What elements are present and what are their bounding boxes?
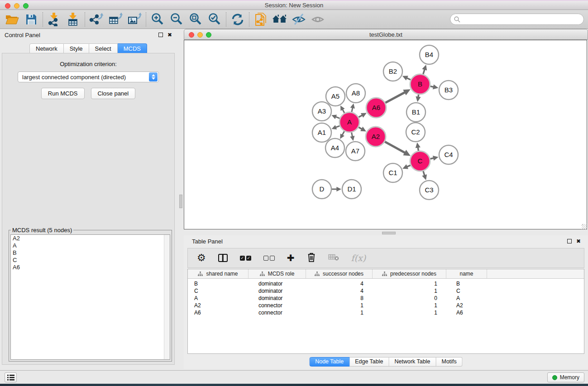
mcds-result-item[interactable]: A [11, 242, 170, 249]
network-from-file-button[interactable] [251, 11, 270, 28]
result-list-scrollbar[interactable] [164, 235, 170, 359]
delete-columns-icon[interactable] [307, 252, 316, 264]
close-panel-button[interactable]: Close panel [91, 88, 136, 99]
window-controls[interactable] [5, 3, 29, 9]
criterion-select[interactable]: largest connected component (directed) [18, 71, 159, 82]
graph-edge-A-A3[interactable] [335, 117, 339, 119]
graph-node-A2[interactable]: A2 [366, 127, 386, 147]
network-window-titlebar[interactable]: testGlobe.txt [184, 29, 588, 40]
graph-node-A8[interactable]: A8 [346, 84, 365, 103]
zoom-fit-button[interactable] [186, 11, 205, 28]
add-column-icon[interactable]: ✚ [287, 253, 295, 262]
graph-edge-B-B3[interactable] [430, 86, 434, 87]
minimize-window-button[interactable] [14, 3, 19, 9]
home-layout-button[interactable] [270, 11, 289, 28]
export-image-button[interactable] [125, 11, 144, 28]
table-row[interactable]: A6connector11A6 [188, 309, 584, 316]
graph-node-B4[interactable]: B4 [420, 45, 439, 64]
graph-edge-C-C2[interactable] [418, 147, 418, 151]
graph-node-A[interactable]: A [339, 112, 359, 132]
import-network-button[interactable] [45, 11, 64, 28]
graph-node-C2[interactable]: C2 [406, 123, 425, 142]
function-builder-icon[interactable]: f(x) [351, 253, 366, 263]
column-layout-icon[interactable] [218, 254, 228, 262]
show-tasks-button[interactable] [5, 372, 17, 382]
table-row[interactable]: Bdominator41B [188, 280, 584, 287]
mcds-result-item[interactable]: B [11, 249, 170, 257]
graph-edge-A-A4[interactable] [342, 131, 344, 135]
export-table-button[interactable] [106, 11, 125, 28]
graph-node-A1[interactable]: A1 [312, 123, 331, 142]
network-window-controls[interactable] [189, 32, 211, 38]
hide-graphics-details-button[interactable] [289, 11, 308, 28]
delete-table-icon[interactable] [328, 253, 339, 262]
graph-edge-A-A7[interactable] [352, 133, 353, 137]
run-mcds-button[interactable]: Run MCDS [41, 88, 85, 99]
graph-node-A6[interactable]: A6 [366, 98, 386, 118]
export-network-button[interactable] [87, 11, 106, 28]
column-header-predecessor-nodes[interactable]: predecessor nodes [373, 269, 446, 278]
show-graphics-details-button[interactable] [308, 11, 327, 28]
close-table-panel-icon[interactable]: ✖ [576, 238, 581, 244]
mcds-result-item[interactable]: A6 [11, 264, 170, 271]
minimize-network-button[interactable] [197, 32, 203, 38]
graph-edge-C-C1[interactable] [407, 165, 411, 167]
graph-edge-A2-C[interactable] [385, 142, 405, 153]
close-window-button[interactable] [5, 3, 10, 9]
graph-node-C[interactable]: C [410, 151, 430, 171]
search-field[interactable] [450, 14, 584, 25]
table-settings-gear-icon[interactable]: ⚙ [197, 253, 206, 263]
float-table-panel-icon[interactable] [567, 239, 572, 243]
graph-edge-C-C3[interactable] [423, 171, 425, 176]
zoom-out-button[interactable] [167, 11, 186, 28]
graph-node-C1[interactable]: C1 [383, 163, 402, 182]
search-input[interactable] [460, 16, 583, 23]
zoom-selected-button[interactable] [205, 11, 224, 28]
graph-node-B[interactable]: B [410, 74, 430, 94]
graph-node-A5[interactable]: A5 [326, 87, 345, 106]
graph-edge-A-A8[interactable] [352, 108, 353, 112]
graph-edge-A6-B[interactable] [385, 92, 405, 103]
horizontal-split-handle[interactable] [382, 232, 396, 234]
column-header-successor-nodes[interactable]: successor nodes [306, 269, 373, 278]
open-file-button[interactable] [3, 11, 22, 28]
graph-edge-A-A2[interactable] [359, 127, 362, 129]
mcds-result-item[interactable]: C [11, 257, 170, 264]
graph-edge-A-A5[interactable] [343, 110, 344, 113]
select-all-checkboxes-icon[interactable]: ✓ ✓ [240, 256, 251, 261]
graph-node-A7[interactable]: A7 [346, 142, 365, 161]
graph-node-D1[interactable]: D1 [342, 180, 361, 199]
close-panel-icon[interactable]: ✖ [167, 32, 172, 38]
table-row[interactable]: A2connector11A2 [188, 302, 584, 309]
zoom-network-button[interactable] [206, 32, 211, 38]
graph-node-A3[interactable]: A3 [312, 102, 331, 121]
table-row[interactable]: Adominator80A [188, 295, 584, 302]
graph-edge-B-B2[interactable] [407, 78, 411, 80]
graph-edge-C-C4[interactable] [430, 158, 434, 159]
memory-button[interactable]: Memory [547, 372, 584, 382]
column-header-MCDS-role[interactable]: MCDS role [249, 269, 306, 278]
tab-node-table[interactable]: Node Table [309, 357, 349, 367]
mcds-result-item[interactable]: A2 [11, 235, 170, 242]
graph-edge-A-A6[interactable] [359, 115, 362, 117]
zoom-in-button[interactable] [148, 11, 167, 28]
deselect-all-checkboxes-icon[interactable] [263, 256, 275, 261]
network-graph[interactable]: B4B2BB3A8A5A6A3B1AC2A1A2A4A7C4CC1C3DD1 [184, 40, 588, 229]
import-table-button[interactable] [64, 11, 83, 28]
graph-node-B2[interactable]: B2 [383, 62, 402, 81]
refresh-view-button[interactable] [228, 11, 247, 28]
tab-network-table[interactable]: Network Table [389, 357, 436, 367]
graph-edge-B-B4[interactable] [423, 69, 425, 74]
graph-node-B3[interactable]: B3 [439, 81, 458, 100]
graph-node-C3[interactable]: C3 [420, 181, 439, 200]
column-header-shared-name[interactable]: shared name [188, 269, 249, 278]
tab-motifs[interactable]: Motifs [436, 357, 462, 367]
save-session-button[interactable] [22, 11, 41, 28]
close-network-button[interactable] [189, 32, 194, 38]
zoom-window-button[interactable] [23, 3, 29, 9]
column-header-name[interactable]: name [446, 269, 487, 278]
graph-node-A4[interactable]: A4 [325, 138, 344, 157]
window-resize-grip[interactable] [582, 224, 587, 229]
graph-edge-A-A1[interactable] [336, 126, 340, 127]
float-panel-icon[interactable] [158, 33, 163, 37]
